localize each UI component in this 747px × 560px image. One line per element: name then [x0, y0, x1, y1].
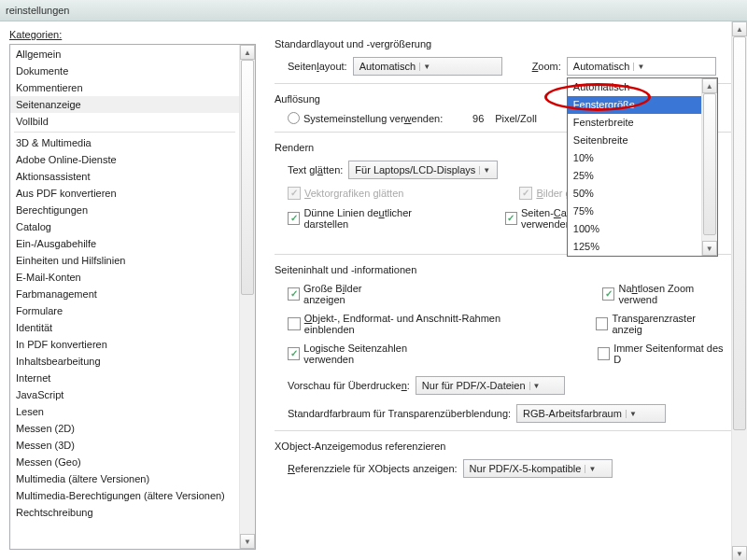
- checkbox-icon: [598, 347, 610, 360]
- list-item[interactable]: Aktionsassistent: [10, 168, 239, 185]
- radio-icon: [288, 112, 300, 124]
- blendspace-combo[interactable]: RGB-Arbeitsfarbraum ▼: [516, 404, 666, 423]
- always-pagefmt-label: Immer Seitenformat des D: [613, 343, 726, 365]
- chevron-down-icon: ▼: [585, 465, 599, 473]
- list-item[interactable]: Seitenanzeige: [10, 96, 239, 113]
- chevron-down-icon: ▼: [626, 410, 640, 418]
- chevron-down-icon: ▼: [633, 63, 647, 71]
- list-item[interactable]: Rechtschreibung: [10, 504, 239, 521]
- checkbox-icon: [505, 212, 517, 225]
- blendspace-value: RGB-Arbeitsfarbraum: [523, 408, 622, 419]
- scrollbar-thumb[interactable]: [733, 36, 746, 430]
- always-pagefmt-checkbox[interactable]: Immer Seitenformat des D: [598, 343, 726, 365]
- separator: [14, 132, 235, 133]
- list-item[interactable]: Messen (3D): [10, 437, 239, 454]
- dropdown-item[interactable]: Fenstergröße: [568, 96, 701, 114]
- list-item[interactable]: Berechtigungen: [10, 202, 239, 218]
- scroll-down-icon[interactable]: ▼: [702, 241, 717, 256]
- categories-scrollbar[interactable]: ▲ ▼: [239, 45, 255, 549]
- overprint-combo[interactable]: Nur für PDF/X-Dateien ▼: [416, 376, 565, 395]
- overprint-label: Vorschau für Überdrucken:: [288, 380, 410, 391]
- list-item[interactable]: Multimedia-Berechtigungen (ältere Versio…: [10, 487, 239, 504]
- categories-label: Kategorien:: [9, 29, 256, 40]
- list-item[interactable]: Lesen: [10, 403, 239, 420]
- dropdown-item[interactable]: 25%: [568, 167, 701, 185]
- checkbox-icon: [288, 347, 300, 360]
- dropdown-item[interactable]: 10%: [568, 149, 701, 167]
- list-item[interactable]: Vollbild: [10, 113, 239, 130]
- checkbox-icon: [288, 317, 301, 330]
- list-item[interactable]: Ein-/Ausgabehilfe: [10, 235, 239, 252]
- page-layout-value: Automatisch: [359, 61, 416, 72]
- list-item[interactable]: 3D & Multimedia: [10, 134, 239, 151]
- list-item[interactable]: E-Mail-Konten: [10, 269, 239, 286]
- scrollbar-thumb[interactable]: [241, 60, 254, 295]
- xobject-ref-combo[interactable]: Nur PDF/X-5-kompatible ▼: [463, 459, 613, 478]
- scroll-up-icon[interactable]: ▲: [732, 21, 747, 36]
- scroll-down-icon[interactable]: ▼: [732, 546, 747, 560]
- list-item[interactable]: Adobe Online-Dienste: [10, 151, 239, 168]
- use-system-radio[interactable]: Systemeinstellung verwenden:: [288, 112, 443, 124]
- large-images-checkbox[interactable]: Große Bilder anzeigen: [288, 283, 398, 305]
- list-item[interactable]: Messen (2D): [10, 420, 239, 437]
- list-item[interactable]: JavaScript: [10, 386, 239, 403]
- scroll-up-icon[interactable]: ▲: [240, 45, 255, 60]
- scrollbar-thumb[interactable]: [703, 93, 716, 235]
- chevron-down-icon: ▼: [479, 166, 493, 175]
- dropdown-item[interactable]: 75%: [568, 203, 701, 220]
- group-content-title: Seiteninhalt und -informationen: [275, 264, 747, 275]
- xobject-ref-label: Referenzziele für XObjects anzeigen:: [288, 463, 458, 474]
- chevron-down-icon: ▼: [419, 63, 433, 71]
- boxes-label: Objekt-, Endformat- und Anschnitt-Rahmen…: [304, 313, 549, 335]
- page-layout-combo[interactable]: Automatisch ▼: [353, 57, 502, 76]
- list-item[interactable]: Internet: [10, 370, 239, 386]
- list-item[interactable]: Dokumente: [10, 63, 239, 79]
- list-item[interactable]: Aus PDF konvertieren: [10, 185, 239, 202]
- checkbox-icon: [519, 187, 532, 200]
- list-item[interactable]: Identität: [10, 319, 239, 336]
- text-smooth-value: Für Laptops/LCD-Displays: [355, 164, 475, 175]
- group-layout-title: Standardlayout und -vergrößerung: [275, 38, 747, 49]
- boxes-checkbox[interactable]: Objekt-, Endformat- und Anschnitt-Rahmen…: [288, 313, 549, 335]
- dropdown-item[interactable]: 50%: [568, 185, 701, 203]
- list-item[interactable]: In PDF konvertieren: [10, 336, 239, 353]
- checkbox-icon: [288, 212, 300, 225]
- overprint-value: Nur für PDF/X-Dateien: [422, 380, 526, 391]
- group-xobject: XObject-Anzeigemodus referenzieren Refer…: [275, 441, 747, 478]
- scroll-up-icon[interactable]: ▲: [702, 78, 717, 93]
- list-item[interactable]: Einheiten und Hilfslinien: [10, 252, 239, 269]
- scroll-down-icon[interactable]: ▼: [240, 534, 255, 549]
- list-item[interactable]: Kommentieren: [10, 79, 239, 96]
- group-xobject-title: XObject-Anzeigemodus referenzieren: [275, 441, 747, 452]
- checkbox-icon: [596, 317, 609, 330]
- dropdown-item[interactable]: 125%: [568, 238, 701, 256]
- group-layout: Standardlayout und -vergrößerung Seitenl…: [275, 38, 747, 76]
- list-item[interactable]: Multimedia (ältere Versionen): [10, 470, 239, 487]
- transparency-grid-checkbox[interactable]: Transparenzraster anzeig: [596, 313, 726, 335]
- list-item[interactable]: Formulare: [10, 302, 239, 319]
- resolution-value: 96: [467, 113, 489, 124]
- list-item[interactable]: Messen (Geo): [10, 454, 239, 470]
- dropdown-item[interactable]: Seitenbreite: [568, 132, 701, 149]
- list-item[interactable]: Inhaltsbearbeitung: [10, 353, 239, 370]
- dropdown-scrollbar[interactable]: ▲ ▼: [701, 78, 717, 256]
- dropdown-item[interactable]: 100%: [568, 220, 701, 238]
- logical-numbers-checkbox[interactable]: Logische Seitenzahlen verwenden: [288, 343, 451, 365]
- categories-listbox[interactable]: AllgemeinDokumenteKommentierenSeitenanze…: [9, 44, 256, 550]
- list-item[interactable]: Catalog: [10, 218, 239, 235]
- text-smooth-combo[interactable]: Für Laptops/LCD-Displays ▼: [348, 161, 498, 179]
- thin-lines-label: Dünne Linien deutlicher darstellen: [303, 207, 451, 230]
- seamless-zoom-checkbox[interactable]: Nahtlosen Zoom verwend: [602, 283, 726, 305]
- list-item[interactable]: Allgemein: [10, 46, 239, 63]
- zoom-dropdown[interactable]: AutomatischFenstergrößeFensterbreiteSeit…: [567, 77, 718, 257]
- checkbox-icon: [602, 287, 614, 301]
- dropdown-item[interactable]: Automatisch: [568, 78, 701, 96]
- list-item[interactable]: Farbmanagement: [10, 286, 239, 302]
- pane-scrollbar[interactable]: ▲ ▼: [731, 21, 747, 560]
- logical-numbers-label: Logische Seitenzahlen verwenden: [303, 343, 451, 365]
- dropdown-item[interactable]: Fensterbreite: [568, 114, 701, 132]
- thin-lines-checkbox[interactable]: Dünne Linien deutlicher darstellen: [288, 207, 452, 230]
- transparency-grid-label: Transparenzraster anzeig: [612, 313, 726, 335]
- zoom-combo[interactable]: Automatisch ▼: [567, 57, 716, 76]
- resolution-unit: Pixel/Zoll: [495, 113, 537, 124]
